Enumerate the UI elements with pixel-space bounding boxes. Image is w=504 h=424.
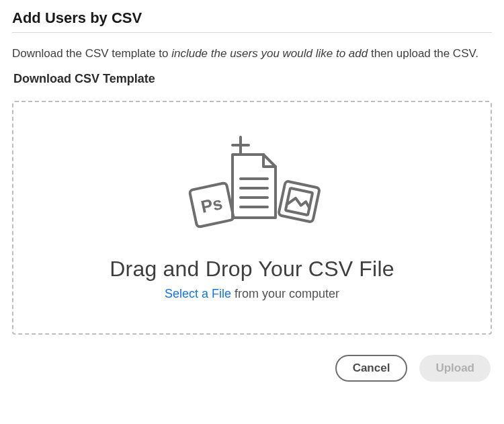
upload-button: Upload xyxy=(419,355,491,382)
dropzone-sub-suffix: from your computer xyxy=(231,287,339,300)
instruction-suffix: then upload the CSV. xyxy=(368,47,478,60)
cancel-button[interactable]: Cancel xyxy=(335,355,408,382)
dropzone-heading: Drag and Drop Your CSV File xyxy=(110,257,394,282)
select-file-link[interactable]: Select a File xyxy=(165,287,231,300)
file-illustration-icon: Ps xyxy=(175,134,329,245)
download-csv-template-link[interactable]: Download CSV Template xyxy=(13,72,155,86)
dialog-button-row: Cancel Upload xyxy=(12,355,492,382)
instruction-emphasis: include the users you would like to add xyxy=(171,47,368,60)
dialog-title: Add Users by CSV xyxy=(12,9,492,33)
instruction-text: Download the CSV template to include the… xyxy=(12,45,492,62)
csv-dropzone[interactable]: Ps Dra xyxy=(12,101,492,335)
svg-text:Ps: Ps xyxy=(199,193,224,217)
dropzone-subtext: Select a File from your computer xyxy=(165,287,339,301)
instruction-prefix: Download the CSV template to xyxy=(12,47,171,60)
